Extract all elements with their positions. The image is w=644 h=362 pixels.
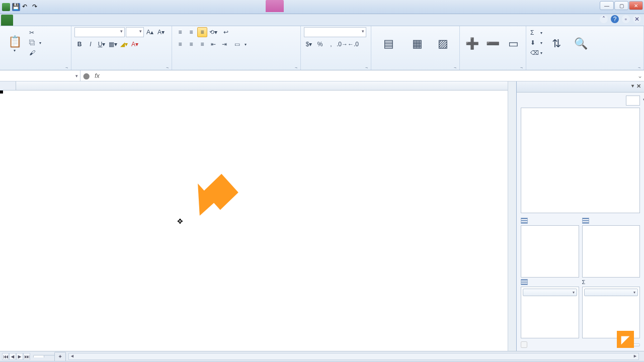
panel-layout-button[interactable] [626,96,640,106]
align-bottom-icon[interactable]: ≡ [197,27,207,37]
help-icon[interactable]: ? [611,15,619,23]
grow-font-icon[interactable]: A▴ [145,27,155,37]
increase-indent-icon[interactable]: ⇥ [219,39,229,49]
italic-button[interactable]: I [86,39,96,49]
sheet-nav-first[interactable]: ⏮ [2,353,9,360]
file-tab[interactable] [1,15,13,26]
sort-filter-button[interactable]: ⇅ [545,27,568,60]
close-button[interactable]: ✕ [629,1,643,10]
merge-center-button[interactable]: ▭▾ [233,40,248,49]
brush-icon: 🖌 [29,49,36,56]
save-icon[interactable]: 💾 [12,3,20,11]
wrap-text-button[interactable]: ↩ [222,28,233,37]
name-box[interactable] [0,70,80,81]
group-cells: ➕ ➖ ▭ [460,26,526,70]
watermark-logo-icon: ◤ [617,331,634,348]
maximize-button[interactable]: ▢ [614,1,628,10]
redo-icon[interactable]: ↷ [32,3,40,11]
report-filter-area[interactable] [521,225,579,278]
sheet-tab-active[interactable] [33,355,44,357]
filter-area-icon [521,218,528,224]
comma-icon[interactable]: , [326,39,336,49]
contextual-tab-label [266,0,284,12]
delete-icon: ➖ [486,37,500,50]
clear-button[interactable]: ⌫▾ [529,48,543,57]
sheet-nav-next[interactable]: ► [16,353,23,360]
minimize-button[interactable]: — [600,1,614,10]
group-clipboard: 📋▾ ✂ ⿻▾ 🖌 [0,26,71,70]
insert-cells-button[interactable]: ➕ [463,27,481,60]
row-chip[interactable]: ▾ [523,289,577,296]
sheet-tab-data[interactable] [44,355,55,357]
number-format-select[interactable] [304,27,366,37]
window-restore-icon[interactable]: ▫ [622,15,630,23]
select-all-corner[interactable] [0,81,16,90]
format-painter-button[interactable]: 🖌 [28,48,42,57]
undo-icon[interactable]: ↶ [22,3,30,11]
title-bar: 💾 ↶ ↷ — ▢ ✕ [0,0,644,14]
group-alignment: ≡ ≡ ≡ ⟲▾ ↩ ≡ ≡ ≡ ⇤ ⇥ ▭▾ [172,26,301,70]
insert-icon: ➕ [465,37,479,50]
workbook-close-icon[interactable]: ✕ [633,15,641,23]
column-labels-area[interactable] [582,225,640,278]
align-center-icon[interactable]: ≡ [186,39,196,49]
worksheet[interactable]: ✥ [0,81,508,351]
formula-bar: ⬤ fx ⌄ [0,70,644,81]
row-labels-area[interactable]: ▾ [521,287,579,339]
find-select-button[interactable]: 🔍 [570,27,592,60]
field-list[interactable] [521,108,640,213]
excel-icon [2,3,10,11]
minimize-ribbon-icon[interactable]: ˄ [600,15,608,23]
cut-button[interactable]: ✂ [28,28,42,37]
decrease-indent-icon[interactable]: ⇤ [208,39,218,49]
horizontal-scrollbar[interactable] [68,353,639,360]
orientation-icon[interactable]: ⟲▾ [208,27,218,37]
annotation-arrow [183,184,214,216]
delete-cells-button[interactable]: ➖ [484,27,502,60]
sheet-nav-prev[interactable]: ◄ [9,353,16,360]
sheet-nav-last[interactable]: ⏭ [23,353,30,360]
currency-icon[interactable]: $▾ [304,39,314,49]
bold-button[interactable]: B [74,39,85,49]
new-sheet-button[interactable]: ✦ [54,352,66,361]
font-size-select[interactable] [126,27,144,37]
fill-color-button[interactable]: ◢▾ [119,39,129,49]
value-chip[interactable]: ▾ [584,289,638,296]
align-right-icon[interactable]: ≡ [197,39,207,49]
decrease-decimal-icon[interactable]: ←.0 [348,39,358,49]
sort-icon: ⇅ [552,37,561,50]
quick-access-toolbar: 💾 ↶ ↷ [2,3,40,11]
borders-button[interactable]: ▦▾ [108,39,118,49]
copy-button[interactable]: ⿻▾ [28,38,42,47]
format-as-table-button[interactable]: ▦ [405,27,430,60]
font-color-button[interactable]: A▾ [130,39,140,49]
panel-close-icon[interactable]: ✕ [635,83,642,90]
format-icon: ▭ [508,37,519,50]
expand-formula-icon[interactable]: ⌄ [636,72,644,79]
paste-button[interactable]: 📋▾ [3,27,26,60]
shrink-font-icon[interactable]: A▾ [156,27,166,37]
align-top-icon[interactable]: ≡ [175,27,185,37]
cut-icon: ✂ [29,29,36,36]
fill-button[interactable]: ⬇▾ [529,38,543,47]
underline-button[interactable]: U▾ [97,39,107,49]
autosum-button[interactable]: Σ▾ [529,28,543,37]
panel-menu-icon[interactable]: ▾ [631,83,634,88]
align-middle-icon[interactable]: ≡ [186,27,196,37]
fx-icon[interactable]: fx [92,72,103,79]
conditional-formatting-button[interactable]: ▤ [374,27,403,60]
defer-checkbox[interactable] [521,341,527,348]
window-controls: — ▢ ✕ [600,1,643,10]
increase-decimal-icon[interactable]: .0→ [337,39,347,49]
vertical-scrollbar[interactable] [508,81,516,351]
cancel-formula-icon[interactable]: ⬤ [80,72,92,79]
sheet-tab-bar: ⏮ ◄ ► ⏭ ✦ [0,351,644,361]
percent-icon[interactable]: % [315,39,325,49]
align-left-icon[interactable]: ≡ [175,39,185,49]
eraser-icon: ⌫ [530,49,537,56]
table-icon: ▦ [412,37,423,50]
format-cells-button[interactable]: ▭ [504,27,523,60]
cell-styles-button[interactable]: ▨ [432,27,454,60]
font-name-select[interactable] [74,27,125,37]
drag-areas-label [517,213,644,218]
